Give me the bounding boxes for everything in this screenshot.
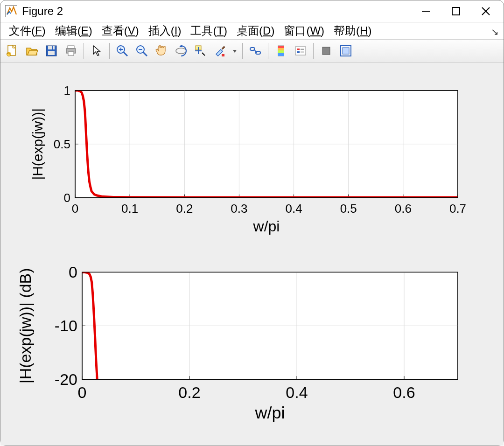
print-icon[interactable] <box>62 42 80 60</box>
svg-rect-27 <box>222 54 224 56</box>
menu-insert[interactable]: 插入(I) <box>144 22 186 39</box>
ylabel: |H(exp(jw))| <box>30 108 45 180</box>
xtick-label: 0.3 <box>231 202 247 216</box>
close-button[interactable] <box>471 2 501 21</box>
titlebar: Figure 2 <box>0 0 504 22</box>
menu-window[interactable]: 窗口(W) <box>279 22 329 39</box>
xtick-label: 0.2 <box>178 383 200 401</box>
ytick-label: 0.5 <box>54 137 70 151</box>
toolbar-separator <box>242 43 243 59</box>
svg-line-31 <box>254 49 257 53</box>
svg-rect-36 <box>278 53 284 56</box>
svg-rect-33 <box>278 46 284 48</box>
menu-desktop[interactable]: 桌面(D) <box>232 22 279 39</box>
pan-icon[interactable] <box>153 42 170 60</box>
pointer-icon[interactable] <box>88 42 105 60</box>
zoom-in-icon[interactable] <box>113 42 131 60</box>
xlabel: w/pi <box>254 403 285 422</box>
toolbar-separator <box>84 43 84 59</box>
matlab-logo-icon <box>5 5 17 17</box>
svg-rect-9 <box>48 46 55 49</box>
svg-line-21 <box>143 52 147 56</box>
maximize-button[interactable] <box>441 2 471 21</box>
xtick-label: 0.6 <box>395 202 412 216</box>
figure-svg: 00.10.20.30.40.50.60.700.51w/pi|H(exp(jw… <box>0 63 504 446</box>
xtick-label: 0.4 <box>286 202 302 216</box>
figure-canvas[interactable]: 00.10.20.30.40.50.60.700.51w/pi|H(exp(jw… <box>0 63 504 446</box>
xtick-label: 0.1 <box>121 202 138 216</box>
xtick-label: 0 <box>72 202 78 216</box>
svg-rect-38 <box>297 49 300 50</box>
ytick-label: 1 <box>64 84 70 98</box>
rotate3d-icon[interactable] <box>172 42 190 60</box>
toolbar <box>0 40 504 63</box>
svg-rect-42 <box>322 47 330 55</box>
menu-edit[interactable]: 编辑(E) <box>50 22 97 39</box>
ylabel: |H(exp(jw))| (dB) <box>16 268 34 383</box>
svg-rect-10 <box>52 46 53 49</box>
menu-help[interactable]: 帮助(H) <box>329 22 376 39</box>
dock-arrow-icon[interactable]: ↘ <box>491 26 499 37</box>
svg-rect-2 <box>452 7 460 15</box>
svg-rect-37 <box>295 47 306 55</box>
xlabel: w/pi <box>253 218 280 235</box>
zoom-out-icon[interactable] <box>133 42 151 60</box>
svg-rect-11 <box>48 51 55 55</box>
legend-icon[interactable] <box>292 42 309 60</box>
svg-rect-14 <box>68 52 74 56</box>
menu-view[interactable]: 查看(V) <box>97 22 144 39</box>
svg-line-18 <box>124 52 127 56</box>
new-file-icon[interactable] <box>3 42 21 60</box>
hide-plot-tools-icon[interactable] <box>317 42 335 60</box>
svg-rect-44 <box>343 48 349 54</box>
ytick-label: -10 <box>55 317 77 334</box>
menu-file[interactable]: 文件(F) <box>4 22 50 39</box>
svg-rect-35 <box>278 50 284 53</box>
colorbar-icon[interactable] <box>272 42 290 60</box>
save-icon[interactable] <box>42 42 60 60</box>
brush-icon[interactable] <box>211 42 229 60</box>
link-icon[interactable] <box>246 42 264 60</box>
svg-rect-39 <box>297 51 300 53</box>
xtick-label: 0 <box>78 383 87 401</box>
xtick-label: 0.6 <box>393 383 415 401</box>
xtick-label: 0.4 <box>286 383 308 401</box>
toolbar-separator <box>268 43 268 59</box>
xtick-label: 0.7 <box>449 202 466 216</box>
svg-rect-12 <box>68 46 74 49</box>
menubar: 文件(F) 编辑(E) 查看(V) 插入(I) 工具(T) 桌面(D) 窗口(W… <box>0 22 504 40</box>
xtick-label: 0.5 <box>340 202 357 216</box>
figure-window: Figure 2 文件(F) 编辑(E) 查看(V) 插入(I) 工具(T) 桌… <box>0 0 504 446</box>
window-title: Figure 2 <box>22 5 411 18</box>
show-plot-tools-icon[interactable] <box>337 42 355 60</box>
minimize-button[interactable] <box>411 2 441 21</box>
ytick-label: 0 <box>69 263 77 281</box>
data-cursor-icon[interactable] <box>192 42 210 60</box>
open-file-icon[interactable] <box>23 42 41 60</box>
svg-rect-34 <box>278 48 284 50</box>
ytick-label: 0 <box>64 191 70 205</box>
menu-tools[interactable]: 工具(T) <box>186 22 232 39</box>
svg-point-22 <box>176 48 186 54</box>
svg-marker-28 <box>233 50 237 53</box>
brush-dropdown-icon[interactable] <box>231 42 238 60</box>
toolbar-separator <box>109 43 110 59</box>
toolbar-separator <box>313 43 314 59</box>
ytick-label: -20 <box>55 370 77 388</box>
xtick-label: 0.2 <box>176 202 193 216</box>
